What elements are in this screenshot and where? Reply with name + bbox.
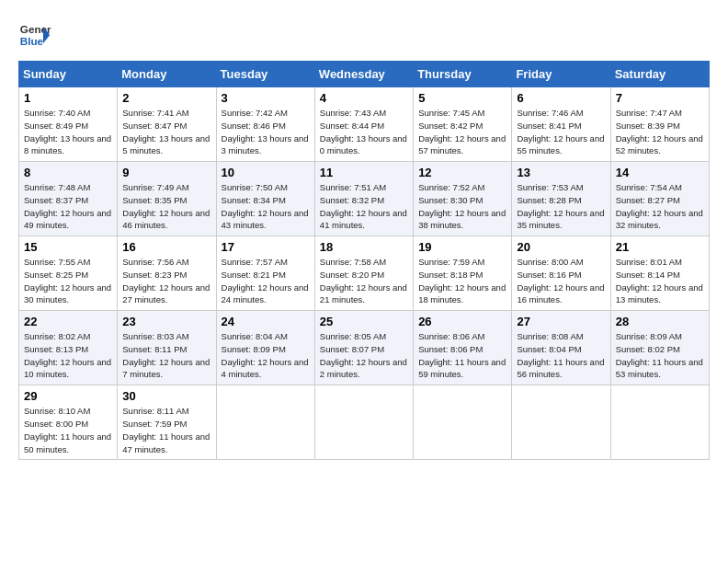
day-info: Sunrise: 8:01 AMSunset: 8:14 PMDaylight:… [616, 256, 704, 306]
day-info: Sunrise: 7:56 AMSunset: 8:23 PMDaylight:… [122, 256, 210, 306]
day-number: 9 [122, 166, 210, 179]
day-info: Sunrise: 7:47 AMSunset: 8:39 PMDaylight:… [616, 107, 704, 157]
day-number: 3 [222, 91, 310, 105]
calendar-day-cell: 17Sunrise: 7:57 AMSunset: 8:21 PMDayligh… [216, 236, 314, 311]
calendar-week-row: 8Sunrise: 7:48 AMSunset: 8:37 PMDaylight… [19, 162, 710, 236]
calendar-day-cell: 9Sunrise: 7:49 AMSunset: 8:35 PMDaylight… [118, 162, 216, 236]
calendar-day-cell: 29Sunrise: 8:10 AMSunset: 8:00 PMDayligh… [19, 385, 118, 460]
empty-cell [512, 385, 610, 460]
day-number: 5 [418, 91, 506, 105]
day-info: Sunrise: 7:48 AMSunset: 8:37 PMDaylight:… [24, 181, 112, 232]
calendar-day-cell: 8Sunrise: 7:48 AMSunset: 8:37 PMDaylight… [19, 162, 118, 236]
day-number: 18 [320, 240, 408, 254]
calendar-day-cell: 30Sunrise: 8:11 AMSunset: 7:59 PMDayligh… [118, 385, 216, 460]
day-number: 16 [122, 240, 210, 254]
calendar-day-cell: 16Sunrise: 7:56 AMSunset: 8:23 PMDayligh… [118, 236, 216, 311]
day-number: 23 [122, 315, 210, 328]
weekday-header: Sunday [19, 62, 118, 87]
day-info: Sunrise: 8:09 AMSunset: 8:02 PMDaylight:… [616, 330, 704, 381]
day-info: Sunrise: 7:41 AMSunset: 8:47 PMDaylight:… [122, 107, 210, 157]
day-number: 27 [517, 315, 605, 328]
calendar-day-cell: 20Sunrise: 8:00 AMSunset: 8:16 PMDayligh… [512, 236, 610, 311]
day-number: 8 [24, 166, 112, 179]
calendar-day-cell: 27Sunrise: 8:08 AMSunset: 8:04 PMDayligh… [512, 311, 610, 385]
day-number: 30 [122, 389, 210, 403]
calendar-day-cell: 5Sunrise: 7:45 AMSunset: 8:42 PMDaylight… [414, 87, 512, 162]
day-number: 11 [320, 166, 408, 179]
day-info: Sunrise: 7:59 AMSunset: 8:18 PMDaylight:… [418, 256, 506, 306]
page-header: General Blue [18, 18, 710, 52]
day-info: Sunrise: 7:54 AMSunset: 8:27 PMDaylight:… [616, 181, 704, 232]
calendar-day-cell: 28Sunrise: 8:09 AMSunset: 8:02 PMDayligh… [610, 311, 709, 385]
day-number: 17 [222, 240, 310, 254]
calendar-day-cell: 12Sunrise: 7:52 AMSunset: 8:30 PMDayligh… [414, 162, 512, 236]
day-number: 6 [517, 91, 605, 105]
logo-icon: General Blue [18, 18, 51, 52]
calendar-day-cell: 25Sunrise: 8:05 AMSunset: 8:07 PMDayligh… [314, 311, 413, 385]
calendar-day-cell: 10Sunrise: 7:50 AMSunset: 8:34 PMDayligh… [216, 162, 314, 236]
day-info: Sunrise: 8:10 AMSunset: 8:00 PMDaylight:… [24, 405, 112, 455]
empty-cell [610, 385, 709, 460]
day-info: Sunrise: 8:04 AMSunset: 8:09 PMDaylight:… [222, 330, 310, 381]
weekday-header-row: SundayMondayTuesdayWednesdayThursdayFrid… [19, 62, 710, 87]
day-info: Sunrise: 7:49 AMSunset: 8:35 PMDaylight:… [122, 181, 210, 232]
weekday-header: Thursday [414, 62, 512, 87]
logo: General Blue [18, 18, 51, 52]
day-number: 12 [418, 166, 506, 179]
day-number: 10 [222, 166, 310, 179]
day-info: Sunrise: 7:57 AMSunset: 8:21 PMDaylight:… [222, 256, 310, 306]
calendar-day-cell: 2Sunrise: 7:41 AMSunset: 8:47 PMDaylight… [118, 87, 216, 162]
day-number: 28 [616, 315, 704, 328]
day-info: Sunrise: 7:40 AMSunset: 8:49 PMDaylight:… [24, 107, 112, 157]
day-number: 20 [517, 240, 605, 254]
day-info: Sunrise: 8:11 AMSunset: 7:59 PMDaylight:… [122, 405, 210, 455]
calendar-day-cell: 23Sunrise: 8:03 AMSunset: 8:11 PMDayligh… [118, 311, 216, 385]
calendar-day-cell: 18Sunrise: 7:58 AMSunset: 8:20 PMDayligh… [314, 236, 413, 311]
day-info: Sunrise: 7:55 AMSunset: 8:25 PMDaylight:… [24, 256, 112, 306]
day-number: 2 [122, 91, 210, 105]
day-info: Sunrise: 7:46 AMSunset: 8:41 PMDaylight:… [517, 107, 605, 157]
day-info: Sunrise: 8:08 AMSunset: 8:04 PMDaylight:… [517, 330, 605, 381]
calendar-day-cell: 22Sunrise: 8:02 AMSunset: 8:13 PMDayligh… [19, 311, 118, 385]
day-number: 26 [418, 315, 506, 328]
calendar-week-row: 15Sunrise: 7:55 AMSunset: 8:25 PMDayligh… [19, 236, 710, 311]
empty-cell [216, 385, 314, 460]
calendar-day-cell: 11Sunrise: 7:51 AMSunset: 8:32 PMDayligh… [314, 162, 413, 236]
day-number: 25 [320, 315, 408, 328]
day-info: Sunrise: 7:45 AMSunset: 8:42 PMDaylight:… [418, 107, 506, 157]
day-info: Sunrise: 8:06 AMSunset: 8:06 PMDaylight:… [418, 330, 506, 381]
weekday-header: Monday [118, 62, 216, 87]
day-info: Sunrise: 8:03 AMSunset: 8:11 PMDaylight:… [122, 330, 210, 381]
day-info: Sunrise: 7:58 AMSunset: 8:20 PMDaylight:… [320, 256, 408, 306]
day-info: Sunrise: 7:52 AMSunset: 8:30 PMDaylight:… [418, 181, 506, 232]
day-number: 24 [222, 315, 310, 328]
calendar-day-cell: 19Sunrise: 7:59 AMSunset: 8:18 PMDayligh… [414, 236, 512, 311]
calendar-day-cell: 3Sunrise: 7:42 AMSunset: 8:46 PMDaylight… [216, 87, 314, 162]
weekday-header: Friday [512, 62, 610, 87]
calendar-day-cell: 7Sunrise: 7:47 AMSunset: 8:39 PMDaylight… [610, 87, 709, 162]
day-info: Sunrise: 7:42 AMSunset: 8:46 PMDaylight:… [222, 107, 310, 157]
calendar-week-row: 29Sunrise: 8:10 AMSunset: 8:00 PMDayligh… [19, 385, 710, 460]
day-number: 19 [418, 240, 506, 254]
calendar-day-cell: 6Sunrise: 7:46 AMSunset: 8:41 PMDaylight… [512, 87, 610, 162]
calendar-table: SundayMondayTuesdayWednesdayThursdayFrid… [18, 61, 710, 460]
calendar-week-row: 22Sunrise: 8:02 AMSunset: 8:13 PMDayligh… [19, 311, 710, 385]
empty-cell [314, 385, 413, 460]
weekday-header: Tuesday [216, 62, 314, 87]
day-info: Sunrise: 7:43 AMSunset: 8:44 PMDaylight:… [320, 107, 408, 157]
weekday-header: Saturday [610, 62, 709, 87]
empty-cell [414, 385, 512, 460]
calendar-day-cell: 15Sunrise: 7:55 AMSunset: 8:25 PMDayligh… [19, 236, 118, 311]
day-info: Sunrise: 7:51 AMSunset: 8:32 PMDaylight:… [320, 181, 408, 232]
calendar-week-row: 1Sunrise: 7:40 AMSunset: 8:49 PMDaylight… [19, 87, 710, 162]
calendar-day-cell: 21Sunrise: 8:01 AMSunset: 8:14 PMDayligh… [610, 236, 709, 311]
day-number: 1 [24, 91, 112, 105]
day-number: 14 [616, 166, 704, 179]
day-info: Sunrise: 8:00 AMSunset: 8:16 PMDaylight:… [517, 256, 605, 306]
day-info: Sunrise: 8:05 AMSunset: 8:07 PMDaylight:… [320, 330, 408, 381]
day-number: 7 [616, 91, 704, 105]
calendar-day-cell: 26Sunrise: 8:06 AMSunset: 8:06 PMDayligh… [414, 311, 512, 385]
calendar-day-cell: 4Sunrise: 7:43 AMSunset: 8:44 PMDaylight… [314, 87, 413, 162]
calendar-day-cell: 14Sunrise: 7:54 AMSunset: 8:27 PMDayligh… [610, 162, 709, 236]
day-number: 15 [24, 240, 112, 254]
